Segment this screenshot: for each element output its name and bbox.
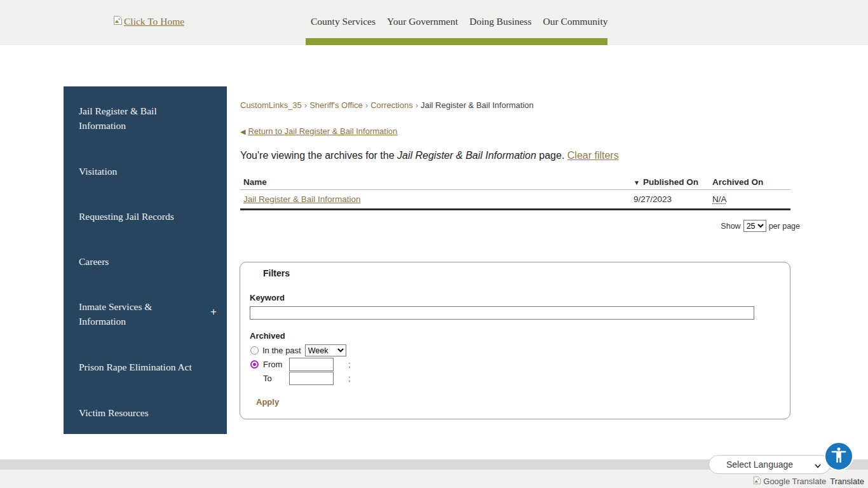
chevron-down-icon bbox=[814, 461, 822, 471]
sidebar-item-careers[interactable]: Careers bbox=[79, 254, 215, 269]
to-label: To bbox=[263, 374, 285, 383]
keyword-label: Keyword bbox=[250, 293, 285, 302]
period-select[interactable]: Week bbox=[305, 344, 346, 356]
published-date: 9/27/2023 bbox=[634, 194, 672, 204]
table-row: Jail Register & Bail Information 9/27/20… bbox=[240, 190, 790, 210]
column-header-published[interactable]: ▼Published On bbox=[634, 177, 712, 187]
show-label: Show bbox=[721, 222, 740, 231]
archive-item-link[interactable]: Jail Register & Bail Information bbox=[243, 194, 361, 204]
home-link[interactable]: Click To Home bbox=[113, 15, 184, 28]
sidebar-item-prison-rape-elimination[interactable]: Prison Rape Elimination Act bbox=[79, 360, 215, 374]
banner-prefix: You're viewing the archives for the bbox=[240, 150, 395, 161]
nav-our-community[interactable]: Our Community bbox=[543, 16, 607, 27]
return-link[interactable]: ◀Return to Jail Register & Bail Informat… bbox=[240, 126, 397, 136]
sidebar-item-victim-resources[interactable]: Victim Resources bbox=[79, 405, 215, 420]
nav-county-services[interactable]: County Services bbox=[311, 16, 376, 27]
to-date-input[interactable] bbox=[289, 372, 334, 385]
sidebar-item-requesting-jail-records[interactable]: Requesting Jail Records bbox=[79, 209, 215, 224]
per-page-select[interactable]: 25 bbox=[743, 220, 766, 232]
breadcrumb-corrections[interactable]: Corrections bbox=[370, 100, 412, 110]
in-the-past-radio[interactable] bbox=[250, 346, 259, 355]
sidebar-item-inmate-services[interactable]: Inmate Services & Information bbox=[79, 299, 174, 329]
in-the-past-row: In the past Week bbox=[250, 344, 346, 356]
language-selector-label: Select Language bbox=[726, 459, 793, 470]
archived-label: Archived bbox=[250, 331, 285, 341]
from-separator: ; bbox=[348, 360, 351, 369]
filters-title: Filters bbox=[263, 268, 290, 278]
apply-button[interactable]: Apply bbox=[256, 397, 279, 407]
sidebar-item-visitation[interactable]: Visitation bbox=[79, 164, 215, 179]
to-separator: ; bbox=[348, 374, 351, 383]
date-to-row: To ; bbox=[263, 372, 351, 385]
filters-panel: Filters Keyword Archived In the past Wee… bbox=[240, 262, 790, 419]
accessibility-button[interactable] bbox=[824, 442, 853, 471]
sidebar: Jail Register & Bail Information Visitat… bbox=[64, 86, 227, 434]
sidebar-item-jail-register[interactable]: Jail Register & Bail Information bbox=[79, 104, 174, 133]
nav-your-government[interactable]: Your Government bbox=[387, 16, 458, 27]
column-header-archived: Archived On bbox=[712, 177, 790, 187]
accessibility-icon bbox=[829, 445, 848, 467]
table-header-row: Name ▼Published On Archived On bbox=[240, 175, 790, 190]
clear-filters-link[interactable]: Clear filters bbox=[567, 150, 619, 161]
site-header: Click To Home County Services Your Gover… bbox=[0, 0, 868, 45]
page: Click To Home County Services Your Gover… bbox=[0, 0, 868, 488]
expand-plus-icon[interactable]: + bbox=[210, 306, 217, 318]
language-selector[interactable]: Select Language bbox=[709, 455, 831, 474]
breadcrumb: CustomLinks_35›Sheriff's Office›Correcti… bbox=[240, 100, 534, 110]
nav-accent-bar bbox=[306, 38, 607, 45]
pagination: Show25per page bbox=[240, 220, 800, 232]
google-translate-attribution: Google Translate bbox=[763, 477, 826, 486]
column-header-published-label: Published On bbox=[643, 177, 698, 187]
archived-date: N/A bbox=[712, 194, 727, 204]
breadcrumb-sheriffs-office[interactable]: Sheriff's Office bbox=[309, 100, 363, 110]
keyword-input[interactable] bbox=[250, 306, 754, 320]
top-nav: County Services Your Government Doing Bu… bbox=[311, 16, 607, 27]
in-the-past-label: In the past bbox=[262, 346, 301, 355]
per-page-label: per page bbox=[769, 222, 800, 231]
archive-banner: You're viewing the archives for the Jail… bbox=[240, 150, 619, 161]
google-translate-widget: Google Translate Translate bbox=[753, 476, 864, 487]
column-header-name: Name bbox=[240, 177, 634, 187]
broken-image-icon bbox=[753, 476, 761, 487]
date-range-radio[interactable] bbox=[250, 360, 259, 369]
archives-table: Name ▼Published On Archived On Jail Regi… bbox=[240, 175, 790, 210]
breadcrumb-separator: › bbox=[304, 100, 307, 110]
from-date-input[interactable] bbox=[289, 358, 334, 371]
translate-label: Translate bbox=[830, 477, 864, 486]
breadcrumb-separator: › bbox=[416, 100, 418, 110]
breadcrumb-customlinks[interactable]: CustomLinks_35 bbox=[240, 100, 302, 110]
breadcrumb-current: Jail Register & Bail Information bbox=[421, 100, 534, 110]
return-link-label: Return to Jail Register & Bail Informati… bbox=[248, 126, 397, 136]
breadcrumb-separator: › bbox=[365, 100, 368, 110]
banner-page-name: Jail Register & Bail Information bbox=[397, 150, 536, 161]
home-link-label: Click To Home bbox=[124, 16, 184, 27]
broken-image-icon bbox=[113, 15, 123, 28]
banner-suffix: page. bbox=[539, 150, 564, 161]
back-arrow-icon: ◀ bbox=[240, 128, 245, 136]
from-label: From bbox=[263, 360, 285, 369]
sort-desc-icon: ▼ bbox=[634, 179, 640, 186]
date-from-row: From ; bbox=[250, 358, 351, 371]
nav-doing-business[interactable]: Doing Business bbox=[470, 16, 532, 27]
